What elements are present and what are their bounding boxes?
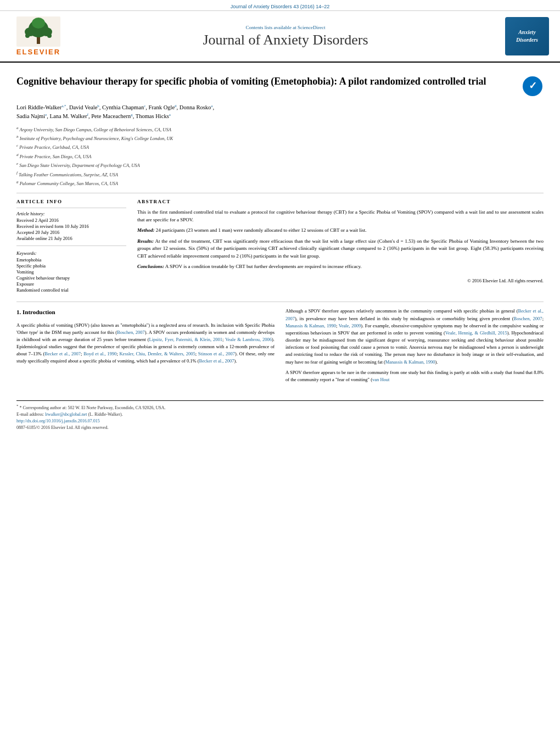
info-divider-2 xyxy=(16,246,126,246)
page: Journal of Anxiety Disorders 43 (2016) 1… xyxy=(0,0,560,742)
abstract-results: Results: At the end of the treatment, CB… xyxy=(137,238,544,260)
issn-line: 0887-6185/© 2016 Elsevier Ltd. All right… xyxy=(16,425,544,430)
article-info-title: ARTICLE INFO xyxy=(16,199,126,204)
aff-a: a Argosy University, San Diego Campus, C… xyxy=(16,125,544,133)
revised-date: Received in revised form 10 July 2016 xyxy=(16,224,126,229)
body-col1-para1: A specific phobia of vomiting (SPOV) (al… xyxy=(16,322,275,365)
article-history: Article history: Received 2 April 2016 R… xyxy=(16,211,126,241)
ref-stinson[interactable]: Stinson et al., 2007 xyxy=(198,351,235,356)
copyright: © 2016 Elsevier Ltd. All rights reserved… xyxy=(137,275,544,283)
author-pete: Pete Maceacherng xyxy=(91,113,133,119)
ref-becker2007[interactable]: Becker et al., 2007 xyxy=(44,351,81,356)
elsevier-label: ELSEVIER xyxy=(16,48,60,56)
divider-2 xyxy=(16,302,544,302)
article-info: ARTICLE INFO Article history: Received 2… xyxy=(16,199,126,293)
aff-f: f Talking Feather Communications, Surpri… xyxy=(16,170,544,178)
history-label: Article history: xyxy=(16,211,126,216)
journal-ref: Journal of Anxiety Disorders 43 (2016) 1… xyxy=(231,4,330,9)
info-abstract-section: ARTICLE INFO Article history: Received 2… xyxy=(16,199,544,293)
section1-heading: 1. Introduction xyxy=(16,308,275,317)
abstract-title: ABSTRACT xyxy=(137,199,544,204)
abstract-body: This is the first randomised controlled … xyxy=(137,209,544,271)
accepted-date: Accepted 20 July 2016 xyxy=(16,230,126,235)
top-bar: Journal of Anxiety Disorders 43 (2016) 1… xyxy=(0,0,560,11)
abstract-section: ABSTRACT This is the first randomised co… xyxy=(137,199,544,293)
abstract-intro: This is the first randomised controlled … xyxy=(137,209,544,224)
footer: * * Corresponding author at: 502 W. El N… xyxy=(16,400,544,430)
corresponding-note: * * Corresponding author at: 502 W. El N… xyxy=(16,404,544,410)
email-attribution: (L. Riddle-Walker). xyxy=(88,412,122,417)
email-line: E-mail address: lrwalker@sbcglobal.net (… xyxy=(16,412,544,417)
ref-veale-lambrou[interactable]: Veale & Lambrou, 2006 xyxy=(225,337,272,342)
ref-boschen2[interactable]: Boschen, 2007 xyxy=(514,316,542,321)
svg-point-5 xyxy=(32,18,45,29)
author-donna: Donna Roskoa xyxy=(180,104,213,110)
aff-b: b Institute of Psychiatry, Psychology an… xyxy=(16,134,544,142)
ref-kessler[interactable]: Kessler, Chiu, Demler, & Walters, 2005 xyxy=(119,351,195,356)
kw-1: Emetophobia xyxy=(16,257,126,263)
affiliations: a Argosy University, San Diego Campus, C… xyxy=(16,125,544,188)
body-col-left: 1. Introduction A specific phobia of vom… xyxy=(16,308,275,387)
body-columns: 1. Introduction A specific phobia of vom… xyxy=(16,308,544,387)
svg-point-6 xyxy=(25,34,30,38)
elsevier-tree-icon xyxy=(16,16,60,47)
ref-boyd[interactable]: Boyd et al., 1990 xyxy=(83,351,116,356)
aff-d: d Private Practice, San Diego, CA, USA xyxy=(16,152,544,160)
conclusions-label: Conclusions: xyxy=(137,264,164,269)
available-date: Available online 21 July 2016 xyxy=(16,236,126,241)
results-text: At the end of the treatment, CBT was sig… xyxy=(137,238,544,259)
author-thomas: Thomas Hicksa xyxy=(136,113,171,119)
kw-4: Cognitive behaviour therapy xyxy=(16,275,126,281)
aff-g: g Palomar Community College, San Marcos,… xyxy=(16,179,544,187)
abstract-method: Method: 24 participants (23 women and 1 … xyxy=(137,227,544,235)
ref-becker2007c[interactable]: Becker et al., 2007 xyxy=(285,308,544,321)
contents-link: Contents lists available at ScienceDirec… xyxy=(66,25,505,30)
divider-1 xyxy=(16,193,544,193)
aff-e: e San Diego State University, Department… xyxy=(16,161,544,169)
results-label: Results: xyxy=(137,238,154,244)
author-cynthia: Cynthia Chapmanc xyxy=(102,104,145,110)
authors: Lori Riddle-Walkera,*, David Vealeb, Cyn… xyxy=(16,103,544,121)
ref-vanhout[interactable]: van Hout xyxy=(372,377,389,382)
conclusions-text: A SPOV is a condition treatable by CBT b… xyxy=(165,264,362,269)
anxiety-logo: Anxiety Disorders xyxy=(505,17,549,55)
ref-becker2007b[interactable]: Becker et al., 2007 xyxy=(199,358,234,364)
svg-point-7 xyxy=(47,34,52,38)
sciencedirect-link[interactable]: ScienceDirect xyxy=(298,25,325,30)
ref-manassis2[interactable]: Manassis & Kalman, 1990 xyxy=(385,359,435,365)
ref-boschen1[interactable]: Boschen, 2007 xyxy=(117,330,145,335)
kw-5: Exposure xyxy=(16,281,126,287)
ref-manassis1[interactable]: Manassis & Kalman, 1990 xyxy=(285,323,336,328)
abstract-conclusions: Conclusions: A SPOV is a condition treat… xyxy=(137,263,544,271)
main-content: Cognitive behaviour therapy for specific… xyxy=(0,63,560,392)
keywords-section: Keywords: Emetophobia Specific phobia Vo… xyxy=(16,250,126,293)
received-date: Received 2 April 2016 xyxy=(16,217,126,223)
aff-c: c Private Practice, Carlsbad, CA, USA xyxy=(16,143,544,151)
author-frank: Frank Ogled xyxy=(149,104,177,110)
author-lori: Lori Riddle-Walkera,* xyxy=(16,104,66,110)
ref-veale2009[interactable]: Veale, 2009 xyxy=(339,323,361,328)
elsevier-logo: ELSEVIER xyxy=(11,16,66,56)
ref-lipsitz[interactable]: Lipsitz, Fyer, Paterniti, & Klein, 2001 xyxy=(149,337,223,342)
author-david: David Vealeb xyxy=(69,104,99,110)
journal-title-area: Contents lists available at ScienceDirec… xyxy=(66,25,505,48)
author-lana: Lana M. Walkerf xyxy=(50,113,88,119)
ref-veale2015[interactable]: Veale, Hennig, & Gledhill, 2015 xyxy=(445,330,507,336)
info-divider-1 xyxy=(16,208,126,208)
crossmark-icon: ✓ xyxy=(522,75,544,97)
article-title-section: Cognitive behaviour therapy for specific… xyxy=(16,75,544,97)
journal-title: Journal of Anxiety Disorders xyxy=(66,32,505,48)
method-text: 24 participants (23 women and 1 man) wer… xyxy=(156,227,367,233)
keywords-label: Keywords: xyxy=(16,250,126,256)
body-col2-para1: Although a SPOV therefore appears relati… xyxy=(285,308,544,365)
method-label: Method: xyxy=(137,227,155,233)
email-address[interactable]: lrwalker@sbcglobal.net xyxy=(45,412,87,417)
kw-3: Vomiting xyxy=(16,269,126,275)
kw-2: Specific phobia xyxy=(16,263,126,269)
doi-link[interactable]: http://dx.doi.org/10.1016/j.janxdis.2016… xyxy=(16,419,100,423)
kw-6: Randomised controlled trial xyxy=(16,287,126,293)
email-label: E-mail address: xyxy=(16,412,44,417)
body-col-right: Although a SPOV therefore appears relati… xyxy=(285,308,544,387)
author-sadia: Sadia Najmie xyxy=(16,113,47,119)
body-col2-para2: A SPOV therefore appears to be rare in t… xyxy=(285,369,544,383)
